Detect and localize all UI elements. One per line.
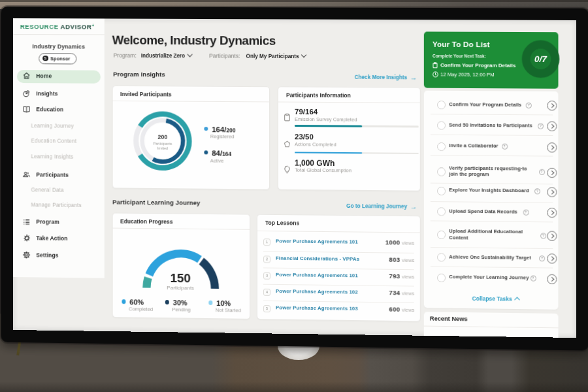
svg-text:200: 200 xyxy=(157,134,167,140)
svg-text:Participants: Participants xyxy=(153,142,172,146)
svg-text:0/7: 0/7 xyxy=(534,54,547,65)
svg-text:Invited: Invited xyxy=(157,146,167,150)
